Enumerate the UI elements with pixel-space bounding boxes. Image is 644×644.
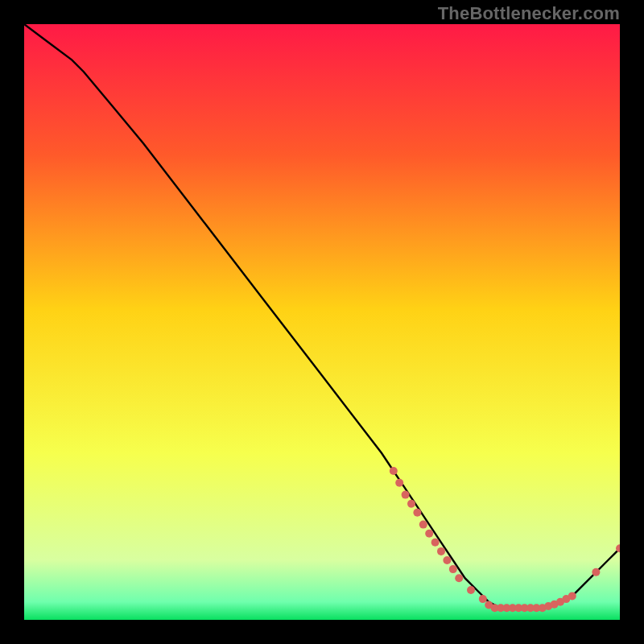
data-marker bbox=[467, 586, 475, 594]
data-marker bbox=[425, 530, 433, 538]
plot-area bbox=[24, 24, 620, 620]
data-marker bbox=[455, 574, 463, 582]
data-marker bbox=[479, 595, 487, 603]
data-marker bbox=[568, 592, 576, 600]
attribution-label: TheBottlenecker.com bbox=[438, 3, 620, 24]
data-marker bbox=[390, 467, 398, 475]
data-marker bbox=[592, 568, 600, 576]
chart-svg bbox=[24, 24, 620, 620]
data-marker bbox=[407, 500, 415, 508]
data-marker bbox=[402, 491, 410, 499]
data-marker bbox=[449, 565, 457, 573]
data-marker bbox=[419, 521, 427, 529]
gradient-background bbox=[24, 24, 620, 620]
chart-frame: TheBottlenecker.com bbox=[0, 0, 644, 644]
data-marker bbox=[431, 539, 440, 547]
data-marker bbox=[443, 556, 451, 564]
data-marker bbox=[395, 479, 403, 487]
data-marker bbox=[413, 509, 421, 517]
data-marker bbox=[437, 547, 445, 555]
